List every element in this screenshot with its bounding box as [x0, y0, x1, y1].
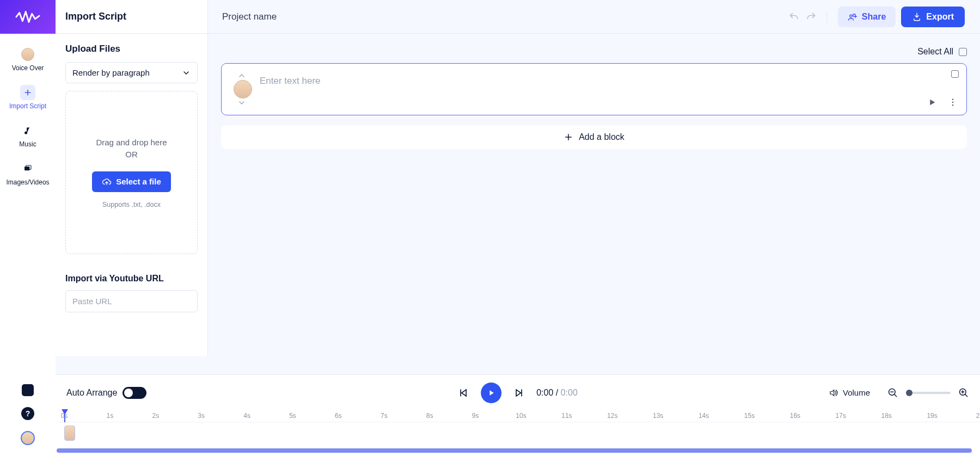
playbar: Auto Arrange 0:00 / 0:00 Volume	[56, 374, 980, 410]
plus-icon	[564, 132, 573, 142]
timeline-tick: 11s	[561, 412, 572, 420]
left-navstrip: Voice Over Import Script Music Images/Vi…	[0, 0, 56, 456]
avatar-icon	[21, 48, 34, 61]
svg-rect-0	[24, 167, 29, 170]
nav-label: Import Script	[9, 102, 46, 110]
zoom-slider[interactable]	[906, 392, 951, 394]
script-block[interactable]: Enter text here	[221, 63, 967, 115]
nav-import-script[interactable]: Import Script	[0, 77, 56, 115]
timeline-tick: 0s	[61, 412, 68, 420]
share-label: Share	[862, 12, 886, 22]
select-file-label: Select a file	[116, 177, 161, 186]
upload-title: Upload Files	[65, 44, 198, 54]
nav-images-videos[interactable]: Images/Videos	[0, 153, 56, 192]
timeline-tick: 2	[976, 412, 980, 420]
block-select-checkbox[interactable]	[951, 70, 959, 78]
svg-point-2	[952, 98, 954, 100]
volume-icon	[829, 388, 838, 398]
block-down-icon[interactable]	[237, 98, 246, 107]
timeline[interactable]: 0s1s2s3s4s5s6s7s8s9s10s11s12s13s14s15s16…	[56, 410, 980, 456]
export-button[interactable]: Export	[901, 7, 965, 27]
dropzone-text: Drag and drop here OR	[96, 137, 167, 161]
plus-icon	[23, 88, 32, 97]
timeline-tick: 1s	[107, 412, 114, 420]
undo-icon[interactable]	[788, 11, 799, 22]
header: Import Script Share Export	[56, 0, 980, 34]
svg-point-4	[952, 104, 954, 106]
zoom-in-icon[interactable]	[958, 387, 969, 398]
nav-voice-over[interactable]: Voice Over	[0, 39, 56, 77]
timeline-tick: 18s	[881, 412, 892, 420]
volume-control[interactable]: Volume	[829, 388, 870, 398]
select-all-checkbox[interactable]	[959, 48, 967, 56]
timeline-tick: 7s	[381, 412, 388, 420]
timeline-tick: 12s	[607, 412, 617, 420]
playback-time: 0:00 / 0:00	[536, 388, 578, 398]
project-name-input[interactable]	[222, 11, 440, 22]
render-mode-value: Render by paragraph	[72, 68, 150, 77]
add-block-label: Add a block	[579, 132, 624, 142]
user-avatar[interactable]	[21, 431, 35, 445]
share-button[interactable]: Share	[838, 7, 896, 27]
timeline-tick: 3s	[198, 412, 205, 420]
file-dropzone[interactable]: Drag and drop here OR Select a file Supp…	[65, 91, 198, 254]
block-placeholder-text[interactable]: Enter text here	[260, 76, 957, 87]
volume-label: Volume	[843, 388, 870, 397]
waveform-icon	[15, 9, 40, 25]
nav-label: Music	[19, 140, 36, 148]
help-icon[interactable]: ?	[21, 407, 34, 420]
chat-icon[interactable]	[22, 384, 34, 396]
export-icon	[912, 12, 922, 22]
play-block-icon[interactable]	[927, 97, 937, 107]
zoom-out-icon[interactable]	[887, 387, 898, 398]
prev-icon[interactable]	[458, 387, 469, 398]
timeline-clip[interactable]	[64, 426, 75, 441]
select-all-label[interactable]: Select All	[917, 47, 953, 57]
block-avatar-icon[interactable]	[234, 80, 252, 98]
timeline-tick: 4s	[243, 412, 250, 420]
main-canvas: Select All Enter text here Add a block	[208, 34, 980, 356]
next-icon[interactable]	[513, 387, 524, 398]
export-label: Export	[926, 12, 954, 22]
select-file-button[interactable]: Select a file	[92, 171, 171, 192]
auto-arrange-label: Auto Arrange	[66, 388, 117, 398]
share-people-icon	[848, 12, 857, 22]
render-mode-select[interactable]: Render by paragraph	[65, 62, 198, 83]
youtube-title: Import via Youtube URL	[65, 274, 198, 284]
import-side-panel: Upload Files Render by paragraph Drag an…	[56, 34, 208, 356]
timeline-tick: 6s	[335, 412, 342, 420]
supports-text: Supports .txt, .docx	[102, 201, 161, 208]
more-vert-icon[interactable]	[948, 97, 958, 107]
block-up-icon[interactable]	[237, 71, 246, 80]
app-logo[interactable]	[0, 0, 56, 34]
timeline-tick: 19s	[927, 412, 937, 420]
play-button[interactable]	[481, 383, 501, 403]
add-block-button[interactable]: Add a block	[221, 125, 967, 149]
timeline-tick: 10s	[516, 412, 526, 420]
auto-arrange-toggle[interactable]	[122, 387, 146, 399]
timeline-track[interactable]	[56, 422, 980, 444]
timeline-ruler[interactable]: 0s1s2s3s4s5s6s7s8s9s10s11s12s13s14s15s16…	[56, 410, 980, 422]
redo-icon[interactable]	[806, 11, 817, 22]
timeline-tick: 17s	[836, 412, 846, 420]
timeline-tick: 15s	[744, 412, 755, 420]
nav-label: Images/Videos	[6, 178, 49, 186]
youtube-url-input[interactable]	[65, 290, 198, 312]
chevron-down-icon	[182, 69, 191, 77]
timeline-tick: 9s	[472, 412, 479, 420]
timeline-tick: 16s	[790, 412, 800, 420]
timeline-tick: 5s	[289, 412, 296, 420]
nav-music[interactable]: Music	[0, 115, 56, 153]
upload-cloud-icon	[102, 177, 112, 187]
page-title: Import Script	[56, 0, 208, 33]
nav-label: Voice Over	[12, 64, 44, 72]
timeline-tick: 2s	[152, 412, 159, 420]
timeline-scrollbar[interactable]	[56, 448, 980, 454]
timeline-tick: 8s	[426, 412, 433, 420]
images-icon	[23, 164, 32, 173]
timeline-tick: 13s	[653, 412, 663, 420]
svg-point-3	[952, 102, 954, 103]
timeline-tick: 14s	[699, 412, 709, 420]
music-note-icon	[23, 126, 32, 135]
